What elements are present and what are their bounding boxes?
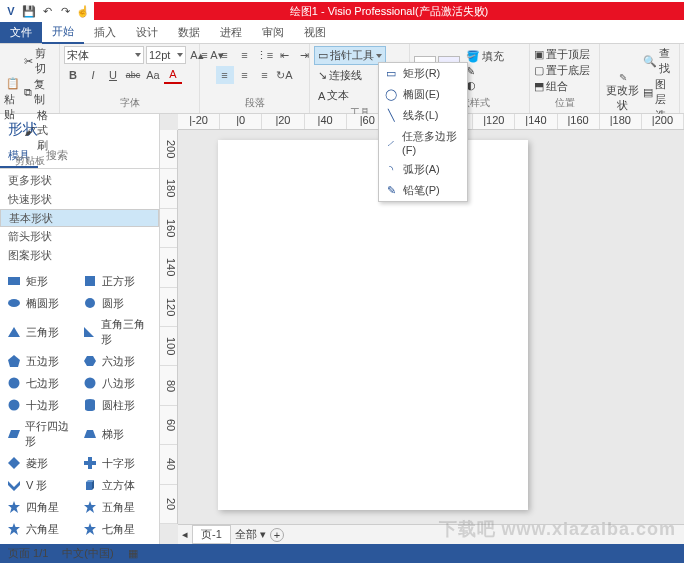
cross-icon — [82, 455, 98, 471]
layer-button[interactable]: ▤ 图层 — [643, 77, 675, 107]
shape-star6[interactable]: 六角星 — [6, 519, 78, 539]
dropdown-item-ellipse[interactable]: ◯椭圆(E) — [379, 84, 467, 105]
copy-button[interactable]: ⧉ 复制 — [24, 77, 55, 107]
page-tab[interactable]: 页-1 — [192, 525, 231, 544]
dropdown-item-rect[interactable]: ▭矩形(R) — [379, 63, 467, 84]
shape-diam[interactable]: 菱形 — [6, 453, 78, 473]
tab-process[interactable]: 进程 — [210, 22, 252, 43]
shape-cube[interactable]: 立方体 — [82, 475, 154, 495]
font-color-button[interactable]: A — [164, 66, 182, 84]
cut-button[interactable]: ✂ 剪切 — [24, 46, 55, 76]
shape-pent[interactable]: 五边形 — [6, 351, 78, 371]
category-item[interactable]: 基本形状 — [0, 209, 159, 227]
dec-icon — [6, 397, 22, 413]
category-item[interactable]: 图案形状 — [0, 246, 159, 265]
tab-file[interactable]: 文件 — [0, 22, 42, 43]
font-size-select[interactable]: 12pt — [146, 46, 186, 64]
text-tool-button[interactable]: A 文本 — [314, 86, 353, 105]
star4-icon — [6, 499, 22, 515]
shape-square[interactable]: 正方形 — [82, 271, 154, 291]
rotate-text-icon[interactable]: ↻A — [276, 66, 294, 84]
rect-icon: ▭ — [385, 68, 397, 80]
underline-button[interactable]: U — [104, 66, 122, 84]
align-center-icon[interactable]: ≡ — [236, 66, 254, 84]
align-top-icon[interactable]: ≡ — [196, 46, 214, 64]
shape-star4[interactable]: 四角星 — [6, 497, 78, 517]
bullets-icon[interactable]: ⋮≡ — [256, 46, 274, 64]
find-button[interactable]: 🔍 查找 — [643, 46, 675, 76]
shape-para[interactable]: 平行四边形 — [6, 417, 78, 451]
italic-button[interactable]: I — [84, 66, 102, 84]
shape-star24[interactable]: 二十四角星 — [82, 541, 154, 544]
tab-view[interactable]: 视图 — [294, 22, 336, 43]
shape-oct[interactable]: 八边形 — [82, 373, 154, 393]
bring-front-button[interactable]: ▣ 置于顶层 — [534, 47, 590, 62]
shape-rect[interactable]: 矩形 — [6, 271, 78, 291]
poly-icon: ⟋ — [385, 137, 396, 149]
add-page-button[interactable]: + — [270, 528, 284, 542]
oct-icon — [82, 375, 98, 391]
drawing-page[interactable] — [218, 140, 528, 510]
strike-button[interactable]: abc — [124, 66, 142, 84]
dropdown-item-line[interactable]: ╲线条(L) — [379, 105, 467, 126]
shape-star16[interactable]: 十六角星 — [6, 541, 78, 544]
group-font: 宋体 12pt A▴ A▾ B I U abc Aa A 字体 — [60, 44, 200, 113]
effects-button[interactable]: ◐ — [466, 79, 504, 92]
paste-button[interactable]: 📋粘贴 — [4, 77, 22, 123]
shape-hept[interactable]: 七边形 — [6, 373, 78, 393]
redo-icon[interactable]: ↷ — [58, 4, 72, 18]
case-button[interactable]: Aa — [144, 66, 162, 84]
connector-tool-button[interactable]: ↘ 连接线 — [314, 66, 366, 85]
tab-design[interactable]: 设计 — [126, 22, 168, 43]
fill-button[interactable]: 🪣 填充 — [466, 49, 504, 64]
tab-home[interactable]: 开始 — [42, 21, 84, 44]
group-button[interactable]: ⬒ 组合 — [534, 79, 590, 94]
star5-icon — [82, 499, 98, 515]
shape-ellipse[interactable]: 椭圆形 — [6, 293, 78, 313]
shape-cross[interactable]: 十字形 — [82, 453, 154, 473]
shape-dec[interactable]: 十边形 — [6, 395, 78, 415]
square-icon — [82, 273, 98, 289]
tab-insert[interactable]: 插入 — [84, 22, 126, 43]
undo-icon[interactable]: ↶ — [40, 4, 54, 18]
tab-data[interactable]: 数据 — [168, 22, 210, 43]
shape-cyl[interactable]: 圆柱形 — [82, 395, 154, 415]
category-item[interactable]: 更多形状 — [0, 171, 159, 190]
tab-review[interactable]: 审阅 — [252, 22, 294, 43]
align-left-icon[interactable]: ≡ — [216, 66, 234, 84]
align-mid-icon[interactable]: ≡ — [216, 46, 234, 64]
all-pages-button[interactable]: 全部 ▾ — [235, 527, 266, 542]
change-shape-button[interactable]: ✎更改形状 — [604, 72, 641, 113]
dropdown-item-arc[interactable]: ◝弧形(A) — [379, 159, 467, 180]
shape-circle[interactable]: 圆形 — [82, 293, 154, 313]
shape-hex[interactable]: 六边形 — [82, 351, 154, 371]
touch-icon[interactable]: ☝ — [76, 4, 90, 18]
font-name-select[interactable]: 宋体 — [64, 46, 144, 64]
category-item[interactable]: 快速形状 — [0, 190, 159, 209]
shape-star7[interactable]: 七角星 — [82, 519, 154, 539]
hept-icon — [6, 375, 22, 391]
pointer-tool-button[interactable]: ▭ 指针工具 — [314, 46, 386, 65]
language-status[interactable]: 中文(中国) — [62, 546, 113, 561]
category-item[interactable]: 箭头形状 — [0, 227, 159, 246]
send-back-button[interactable]: ▢ 置于底层 — [534, 63, 590, 78]
bold-button[interactable]: B — [64, 66, 82, 84]
shape-tri[interactable]: 三角形 — [6, 315, 78, 349]
shape-trap[interactable]: 梯形 — [82, 417, 154, 451]
line-button[interactable]: ✎ — [466, 65, 504, 78]
shape-rtri[interactable]: 直角三角形 — [82, 315, 154, 349]
nav-prev-icon[interactable]: ◂ — [182, 528, 188, 541]
arc-icon: ◝ — [385, 164, 397, 176]
save-icon[interactable]: 💾 — [22, 4, 36, 18]
page-count[interactable]: 页面 1/1 — [8, 546, 48, 561]
svg-marker-19 — [86, 482, 92, 490]
shape-v[interactable]: V 形 — [6, 475, 78, 495]
dropdown-item-pencil[interactable]: ✎铅笔(P) — [379, 180, 467, 201]
dropdown-item-poly[interactable]: ⟋任意多边形(F) — [379, 126, 467, 159]
align-bot-icon[interactable]: ≡ — [236, 46, 254, 64]
shape-star5[interactable]: 五角星 — [82, 497, 154, 517]
indent-dec-icon[interactable]: ⇤ — [276, 46, 294, 64]
format-painter-button[interactable]: 🖌 格式刷 — [24, 108, 55, 153]
record-macro-icon[interactable]: ▦ — [128, 547, 138, 560]
align-right-icon[interactable]: ≡ — [256, 66, 274, 84]
